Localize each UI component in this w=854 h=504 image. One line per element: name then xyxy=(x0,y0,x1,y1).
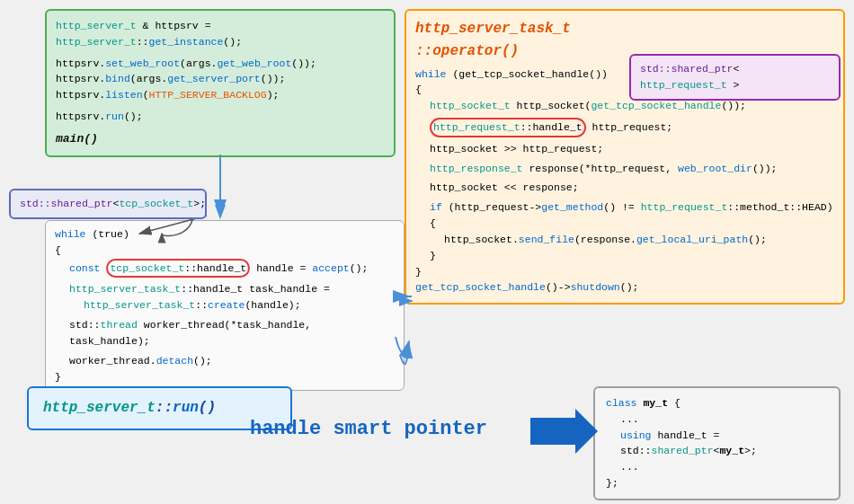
shared-tcp-text: std::shared_ptr<tcp_socket_t>; xyxy=(20,198,206,209)
my-t-line5: }; xyxy=(606,475,828,491)
main-line2: httpsrv.set_web_root(args.get_web_root()… xyxy=(56,56,385,72)
op-line5: http_socket >> http_request; xyxy=(430,141,834,157)
my-t-box: class my_t { ... using handle_t = std::s… xyxy=(593,386,841,500)
main-line1: http_server_t & httpsrv = http_server_t:… xyxy=(56,18,385,50)
main-box: http_server_t & httpsrv = http_server_t:… xyxy=(45,9,396,157)
main-title: main() xyxy=(56,130,385,148)
svg-marker-3 xyxy=(530,409,598,454)
op-line12: } xyxy=(415,264,834,280)
op-line9: { xyxy=(430,216,834,232)
my-t-line2: ... xyxy=(620,411,828,428)
shared-req-text: std::shared_ptr< http_request_t > xyxy=(640,63,739,91)
run-line1: while (true) xyxy=(55,226,395,243)
handle-label: handle smart pointer xyxy=(189,418,548,440)
run-content-box: while (true) { const tcp_socket_t::handl… xyxy=(45,220,405,391)
run-line8: } xyxy=(55,369,395,385)
handle-label-text: handle smart pointer xyxy=(250,418,487,440)
op-line3: http_socket_t http_socket(get_tcp_socket… xyxy=(430,98,834,114)
run-line4: http_server_task_t::handle_t task_handle… xyxy=(69,281,395,297)
op-line4: http_request_t::handle_t http_request; xyxy=(430,118,834,137)
main-line5: httpsrv.run(); xyxy=(56,109,385,125)
op-line11: } xyxy=(430,248,834,264)
my-t-line1: class my_t { xyxy=(606,395,828,411)
op-line10: http_socket.send_file(response.get_local… xyxy=(444,232,834,248)
handle-oval-1: http_request_t::handle_t xyxy=(430,118,586,137)
op-line8: if (http_request->get_method() != http_r… xyxy=(430,199,834,216)
shared-req-box: std::shared_ptr< http_request_t > xyxy=(629,54,841,101)
run-line3: const tcp_socket_t::handle_t handle = ac… xyxy=(69,259,395,279)
run-line6: std::thread worker_thread(*task_handle, … xyxy=(69,317,395,349)
op-line6: http_response_t response(*http_request, … xyxy=(430,161,834,177)
my-t-line3: using handle_t = std::shared_ptr<my_t>; xyxy=(620,428,828,460)
main-line3: httpsrv.bind(args.get_server_port()); xyxy=(56,71,385,87)
run-line2: { xyxy=(55,243,395,259)
my-t-line4: ... xyxy=(620,459,828,475)
handle-oval-2: tcp_socket_t::handle_t xyxy=(106,259,250,279)
op-line7: http_socket << response; xyxy=(430,180,834,196)
shared-tcp-box: std::shared_ptr<tcp_socket_t>; xyxy=(9,189,207,219)
run-line7: worker_thread.detach(); xyxy=(69,353,395,369)
big-arrow xyxy=(530,404,602,458)
run-line5: http_server_task_t::create(handle); xyxy=(84,297,395,314)
run-title: http_server_t::run() xyxy=(43,400,216,416)
main-line4: httpsrv.listen(HTTP_SERVER_BACKLOG); xyxy=(56,87,385,103)
op-line13: get_tcp_socket_handle()->shutdown(); xyxy=(415,279,834,296)
